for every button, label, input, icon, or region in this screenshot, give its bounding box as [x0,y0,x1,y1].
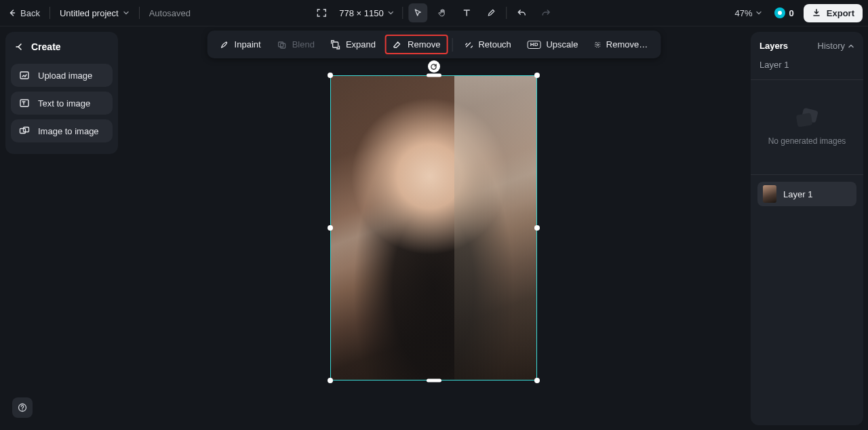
fit-to-screen-button[interactable] [312,3,331,22]
project-title-dropdown[interactable]: Untitled project [57,5,132,21]
body: Create Upload image Text to image Image … [0,26,868,430]
hand-icon [438,8,448,18]
rotate-handle[interactable] [428,60,440,73]
image-content [330,75,537,380]
back-button[interactable]: Back [5,5,43,21]
topbar-center: 778 × 1150 [312,0,555,26]
divider [507,7,507,19]
resize-handle-t[interactable] [427,74,441,77]
download-icon [812,8,821,18]
resize-handle-br[interactable] [534,378,540,383]
svg-point-10 [22,410,22,410]
topbar: Back Untitled project Autosaved 778 × 11… [0,0,868,26]
layers-panel: Layers History Layer 1 No generated imag… [751,32,863,425]
zoom-value: 47% [735,8,753,18]
project-title-text: Untitled project [60,8,119,18]
chevron-down-icon [388,9,395,16]
select-tool-button[interactable] [409,3,428,22]
export-label: Export [827,8,854,18]
undo-button[interactable] [513,3,532,22]
resize-handle-ml[interactable] [328,225,333,231]
credits-value: 0 [789,8,794,18]
divider [403,7,403,19]
divider [50,7,50,19]
layer-row-label: Layer 1 [783,189,812,199]
cursor-icon [414,8,423,18]
resize-handle-tr[interactable] [534,73,540,78]
empty-generations-text: No generated images [768,136,846,146]
generated-images-empty: No generated images [751,80,863,175]
divider [139,7,140,19]
layers-panel-header: Layers History [751,32,863,60]
text-icon [462,8,472,18]
topbar-right: 47% 0 Export [732,4,863,22]
resize-handle-b[interactable] [427,379,441,383]
hand-tool-button[interactable] [433,3,452,22]
chevron-down-icon [755,9,762,16]
redo-icon [542,8,551,18]
undo-icon [517,8,527,18]
chevron-up-icon [848,43,854,50]
selected-image[interactable] [330,75,537,380]
credits-button[interactable]: 0 [770,5,798,21]
brush-icon [487,8,496,18]
brush-tool-button[interactable] [482,3,501,22]
canvas-dimensions-dropdown[interactable]: 778 × 1150 [336,8,397,18]
layers-title: Layers [760,41,788,51]
zoom-dropdown[interactable]: 47% [732,5,765,21]
fit-icon [316,7,327,18]
credits-icon [774,7,785,18]
text-tool-button[interactable] [458,3,477,22]
rotate-icon [430,63,437,71]
empty-generations-icon [797,109,817,127]
layer-thumbnail [763,185,776,203]
history-label: History [818,41,845,51]
redo-button[interactable] [537,3,556,22]
export-button[interactable]: Export [804,4,863,22]
history-toggle[interactable]: History [818,41,854,51]
back-label: Back [20,8,40,18]
canvas-stage[interactable] [0,26,751,430]
resize-handle-bl[interactable] [328,378,333,383]
resize-handle-tl[interactable] [328,73,333,78]
topbar-left: Back Untitled project Autosaved [5,5,191,21]
resize-handle-mr[interactable] [534,225,540,231]
help-icon [18,403,27,412]
autosaved-status: Autosaved [146,8,191,18]
current-layer-label[interactable]: Layer 1 [751,60,863,80]
layer-list: Layer 1 [751,175,863,213]
canvas-dim-text: 778 × 1150 [339,8,383,18]
arrow-left-icon [8,9,16,17]
chevron-down-icon [123,9,130,16]
help-button[interactable] [12,397,33,418]
layer-row[interactable]: Layer 1 [757,182,856,206]
